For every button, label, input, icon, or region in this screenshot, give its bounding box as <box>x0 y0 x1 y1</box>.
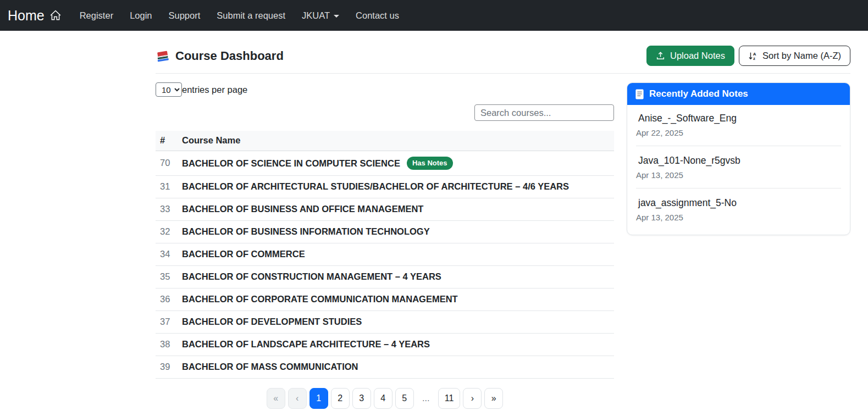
course-name-cell: BACHELOR OF BUSINESS INFORMATION TECHNOL… <box>178 220 614 243</box>
nav-link-label: Submit a request <box>217 10 285 21</box>
course-name-cell: BACHELOR OF MASS COMMUNICATION <box>178 356 614 378</box>
top-navbar: Home RegisterLoginSupportSubmit a reques… <box>0 0 868 31</box>
recently-added-notes-header: Recently Added Notes <box>627 83 850 105</box>
course-name: BACHELOR OF BUSINESS INFORMATION TECHNOL… <box>182 226 430 236</box>
nav-link-label: Contact us <box>356 10 399 21</box>
upload-notes-label: Upload Notes <box>670 51 725 61</box>
pagination-page-1[interactable]: 1 <box>309 388 328 409</box>
table-row[interactable]: 38BACHELOR OF LANDSCAPE ARCHITECTURE – 4… <box>156 333 614 356</box>
page-header: Course Dashboard Upload Notes <box>156 46 850 66</box>
card-footer-padding <box>627 229 850 235</box>
sort-by-name-button[interactable]: A z Sort by Name (A-Z) <box>739 46 850 66</box>
course-name-cell: BACHELOR OF CONSTRUCTION MANAGEMENT – 4 … <box>178 265 614 288</box>
file-text-icon <box>635 89 644 99</box>
table-row[interactable]: 37BACHELOR OF DEVELOPMENT STUDIES <box>156 310 614 333</box>
upload-icon <box>656 51 665 60</box>
course-number: 32 <box>156 220 178 243</box>
course-name-cell: BACHELOR OF DEVELOPMENT STUDIES <box>178 310 614 333</box>
course-name-cell: BACHELOR OF COMMERCE <box>178 243 614 265</box>
header-divider <box>156 73 850 74</box>
nav-link-label: Support <box>169 10 201 21</box>
table-row[interactable]: 31BACHELOR OF ARCHITECTURAL STUDIES/BACH… <box>156 175 614 198</box>
pagination-last-page[interactable]: » <box>484 388 503 409</box>
note-list-item: Java_101-None_r5gvsbApr 13, 2025 <box>627 147 850 187</box>
upload-notes-button[interactable]: Upload Notes <box>646 46 734 66</box>
course-name-cell: BACHELOR OF CORPORATE COMMUNICATION MANA… <box>178 288 614 310</box>
nav-link-jkuat[interactable]: JKUAT <box>294 6 347 25</box>
course-name: BACHELOR OF BUSINESS AND OFFICE MANAGEME… <box>182 204 423 214</box>
nav-link-register[interactable]: Register <box>71 6 121 25</box>
course-number: 34 <box>156 243 178 265</box>
nav-link-submit-a-request[interactable]: Submit a request <box>208 6 294 25</box>
course-number: 70 <box>156 151 178 175</box>
note-title[interactable]: Anise_-_Software_Eng <box>638 113 841 124</box>
page-title-text: Course Dashboard <box>175 49 284 63</box>
nav-link-login[interactable]: Login <box>121 6 160 25</box>
recently-added-notes-title: Recently Added Notes <box>649 88 748 99</box>
sort-by-name-label: Sort by Name (A-Z) <box>762 51 841 61</box>
navbar-brand-home[interactable]: Home <box>5 8 64 24</box>
nav-link-label: Register <box>80 10 113 21</box>
pagination-page-2[interactable]: 2 <box>331 388 350 409</box>
course-name: BACHELOR OF COMMERCE <box>182 249 305 259</box>
note-title[interactable]: java_assignment_5-No <box>638 197 841 209</box>
header-buttons: Upload Notes A z Sort by Name (A-Z) <box>646 46 850 66</box>
navbar-links: RegisterLoginSupportSubmit a requestJKUA… <box>71 6 407 25</box>
course-name: BACHELOR OF CORPORATE COMMUNICATION MANA… <box>182 294 458 304</box>
sort-alpha-down-icon: A z <box>748 51 758 60</box>
chevron-down-icon <box>334 15 339 18</box>
course-name-cell: BACHELOR OF ARCHITECTURAL STUDIES/BACHEL… <box>178 175 614 198</box>
brand-label: Home <box>8 8 45 24</box>
note-list-item: java_assignment_5-NoApr 13, 2025 <box>627 190 850 229</box>
note-list-item: Anise_-_Software_EngApr 22, 2025 <box>627 105 850 145</box>
pagination-page-3[interactable]: 3 <box>352 388 371 409</box>
table-row[interactable]: 35BACHELOR OF CONSTRUCTION MANAGEMENT – … <box>156 265 614 288</box>
column-header-course-name: Course Name <box>178 131 614 151</box>
pagination: «‹12345...11›» <box>156 388 614 409</box>
entries-per-page-select[interactable]: 10 <box>156 82 182 97</box>
table-row[interactable]: 33BACHELOR OF BUSINESS AND OFFICE MANAGE… <box>156 198 614 220</box>
house-icon <box>49 9 62 21</box>
pagination-ellipsis: ... <box>417 388 435 409</box>
note-date: Apr 13, 2025 <box>636 213 841 222</box>
search-input[interactable] <box>474 104 614 121</box>
pagination-next-page[interactable]: › <box>463 388 482 409</box>
course-number: 33 <box>156 198 178 220</box>
course-name: BACHELOR OF MASS COMMUNICATION <box>182 362 358 371</box>
table-row[interactable]: 34BACHELOR OF COMMERCE <box>156 243 614 265</box>
column-header-number: # <box>156 131 178 151</box>
course-name: BACHELOR OF DEVELOPMENT STUDIES <box>182 317 362 326</box>
note-date: Apr 22, 2025 <box>636 128 841 137</box>
pagination-page-4[interactable]: 4 <box>374 388 392 409</box>
note-title[interactable]: Java_101-None_r5gvsb <box>638 155 841 167</box>
course-number: 38 <box>156 333 178 356</box>
course-name: BACHELOR OF SCIENCE IN COMPUTER SCIENCE <box>182 158 400 168</box>
pagination-prev-page: ‹ <box>288 388 307 409</box>
search-row <box>156 104 614 121</box>
course-number: 39 <box>156 356 178 378</box>
course-number: 31 <box>156 175 178 198</box>
course-number: 35 <box>156 265 178 288</box>
table-row[interactable]: 32BACHELOR OF BUSINESS INFORMATION TECHN… <box>156 220 614 243</box>
course-number: 37 <box>156 310 178 333</box>
table-row[interactable]: 36BACHELOR OF CORPORATE COMMUNICATION MA… <box>156 288 614 310</box>
course-name-cell: BACHELOR OF SCIENCE IN COMPUTER SCIENCEH… <box>178 151 614 175</box>
pagination-page-5[interactable]: 5 <box>395 388 414 409</box>
nav-link-support[interactable]: Support <box>161 6 209 25</box>
table-header-row: # Course Name <box>156 131 614 151</box>
nav-link-label: JKUAT <box>302 10 330 21</box>
note-separator <box>636 188 841 188</box>
nav-link-label: Login <box>130 10 152 21</box>
course-name: BACHELOR OF CONSTRUCTION MANAGEMENT – 4 … <box>182 271 441 281</box>
svg-text:z: z <box>753 56 755 60</box>
pagination-page-11[interactable]: 11 <box>438 388 461 409</box>
course-name-cell: BACHELOR OF BUSINESS AND OFFICE MANAGEME… <box>178 198 614 220</box>
nav-link-contact-us[interactable]: Contact us <box>347 6 407 25</box>
books-icon <box>156 49 170 63</box>
recently-added-notes-card: Recently Added Notes Anise_-_Software_En… <box>627 82 850 235</box>
entries-per-page-control: 10 entries per page <box>156 82 614 97</box>
note-date: Apr 13, 2025 <box>636 170 841 180</box>
table-row[interactable]: 39BACHELOR OF MASS COMMUNICATION <box>156 356 614 378</box>
pagination-first-page: « <box>267 388 285 409</box>
table-row[interactable]: 70BACHELOR OF SCIENCE IN COMPUTER SCIENC… <box>156 151 614 175</box>
